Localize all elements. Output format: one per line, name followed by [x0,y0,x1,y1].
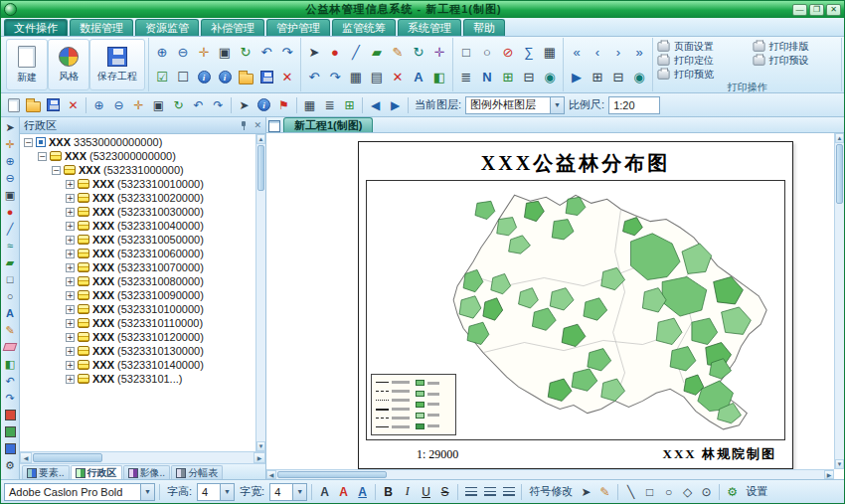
expand-icon[interactable]: + [66,236,75,245]
open-map-icon[interactable] [24,95,43,114]
font-dropdown-icon[interactable]: ▼ [140,484,154,500]
toolbar-zoom-in-icon[interactable]: ⊕ [89,95,108,114]
menu-tab-resource-supervision[interactable]: 资源监管 [135,19,199,36]
panel-tab-sheet-index[interactable]: 分幅表 [171,465,223,479]
settings-gear-icon[interactable]: ⚙ [724,483,741,501]
tree-row[interactable]: + XXX (5323310070000) [20,260,255,274]
tree-row[interactable]: + XXX (5323310040000) [20,219,255,233]
toolbar-grid-icon[interactable]: ⊞ [340,95,359,114]
full-extent-icon[interactable]: ▣ [215,43,235,63]
strip-settings-icon[interactable]: ⚙ [2,457,19,473]
document-tab[interactable]: 新工程1(制图) [283,117,373,132]
scroll-thumb[interactable] [277,471,387,478]
align-right-button[interactable] [500,483,517,501]
expand-icon[interactable]: + [66,180,75,189]
close-map-icon[interactable]: ✕ [64,95,83,114]
char-height-combo[interactable]: 4 ▼ [197,483,235,501]
symbol-edit-label[interactable]: 符号修改 [529,484,573,499]
toolbar-zoom-out-icon[interactable]: ⊖ [109,95,128,114]
strip-point-tool-icon[interactable]: ● [2,204,19,220]
tree-row[interactable]: + XXX (5323310090000) [20,288,255,302]
panel-tab-imagery[interactable]: 影像.. [123,465,171,479]
tree-row[interactable]: + XXX (5323310030000) [20,205,255,219]
draw-rect-button[interactable]: □ [641,483,658,501]
next-page-icon[interactable]: › [608,43,628,63]
settings-label[interactable]: 设置 [746,484,767,499]
legend-icon[interactable]: ≣ [456,68,476,87]
bold-button[interactable]: B [380,483,397,501]
clear-selection-icon[interactable]: ⊘ [498,43,518,63]
strip-undo-icon[interactable]: ↶ [2,373,19,389]
focus-icon[interactable]: ◉ [629,68,649,87]
map-canvas[interactable]: XXX公益林分布图 [266,133,844,479]
save-project-button[interactable]: 保存工程 [89,39,145,90]
new-map-icon[interactable] [4,95,23,114]
panel-close-icon[interactable]: ✕ [254,120,261,130]
scroll-thumb[interactable] [836,144,843,204]
toolbar-identify-icon[interactable]: i [254,95,273,114]
save-as-icon[interactable] [256,68,276,87]
strip-rectangle-tool-icon[interactable]: □ [2,271,19,287]
refresh-icon[interactable]: ↻ [236,43,255,63]
scale-input[interactable]: 1:20 [608,96,660,114]
tree-row[interactable]: + XXX (5323310100000) [20,302,255,316]
delete-icon[interactable]: ✕ [388,68,408,87]
tree-vertical-scrollbar[interactable]: ▲ ▼ [255,134,265,451]
panel-tab-administrative[interactable]: 行政区 [71,465,122,479]
expand-icon[interactable]: + [66,250,75,258]
font-family-combo[interactable]: Adobe Caslon Pro Bold ▼ [4,483,155,501]
identify-icon[interactable]: i [194,68,214,87]
scroll-up-icon[interactable]: ▲ [256,134,265,144]
strip-line-tool-icon[interactable]: ╱ [2,221,19,237]
toolbar-refresh-icon[interactable]: ↻ [169,95,188,114]
expand-icon[interactable]: + [66,347,75,356]
strip-fill-tool-icon[interactable]: ◧ [2,356,19,372]
tree-row[interactable]: + XXX (5323310080000) [20,274,255,288]
tree-row[interactable]: + XXX (5323310140000) [20,358,255,372]
add-point-icon[interactable]: ● [325,43,345,63]
grid-remove-icon[interactable]: ⊟ [519,68,539,87]
move-icon[interactable]: ✛ [429,43,449,63]
first-page-icon[interactable]: « [567,43,587,63]
tree-row[interactable]: + XXX (5323310130000) [20,344,255,358]
redo-icon[interactable]: ↷ [325,68,345,87]
tree-row[interactable]: − XXX (5323000000000) [20,149,255,163]
draw-diamond-button[interactable]: ◇ [679,483,696,501]
statistics-icon[interactable]: ∑ [519,43,539,63]
next-view-icon[interactable]: ↷ [277,43,297,63]
zoom-out-icon[interactable]: ⊖ [173,43,193,63]
strip-full-extent-tool-icon[interactable]: ▣ [2,187,19,203]
maximize-button[interactable]: ❐ [809,4,824,16]
layer-list-icon[interactable]: ▤ [367,68,387,87]
tree-row-root[interactable]: − XXX 33530000000000) [20,135,255,149]
combo-dropdown-icon[interactable]: ▼ [550,97,564,113]
close-project-icon[interactable]: ✕ [277,68,297,87]
tree-row[interactable]: − XXX (532331000000) [20,163,255,177]
attribute-table-icon[interactable]: ▦ [346,68,366,87]
play-icon[interactable]: ▶ [567,68,587,87]
menu-tab-system-management[interactable]: 系统管理 [398,19,461,36]
strip-green-color-icon[interactable] [2,423,19,439]
strip-pencil-tool-icon[interactable]: ✎ [2,322,19,338]
layout-grid2-icon[interactable]: ⊟ [608,68,628,87]
toolbar-back-icon[interactable]: ◀ [366,95,385,114]
previous-view-icon[interactable]: ↶ [256,43,276,63]
expand-icon[interactable]: + [66,208,75,217]
strip-eraser-tool-icon[interactable] [2,339,19,355]
pointer-tool-icon[interactable]: ➤ [304,43,324,63]
tree-row[interactable]: + XXX (5323310110000) [20,316,255,330]
label-text-icon[interactable]: A [409,68,428,87]
strip-circle-tool-icon[interactable]: ○ [2,288,19,304]
previous-page-icon[interactable]: ‹ [588,43,607,63]
draw-circle-button[interactable]: ○ [660,483,677,501]
char-width-combo[interactable]: 4 ▼ [269,483,307,501]
scroll-right-icon[interactable]: ▶ [254,452,265,463]
tree-row[interactable]: + XXX (53233101...) [20,372,255,386]
close-button[interactable]: ✕ [826,4,841,16]
print-preview-button[interactable]: 打印预览 [656,68,744,82]
toolbar-flag-icon[interactable]: ⚑ [274,95,293,114]
scroll-left-icon[interactable]: ◀ [266,470,276,479]
select-rectangle-icon[interactable]: □ [456,43,476,63]
strip-pointer-tool-icon[interactable]: ➤ [2,119,19,135]
minimize-button[interactable]: — [792,4,807,16]
